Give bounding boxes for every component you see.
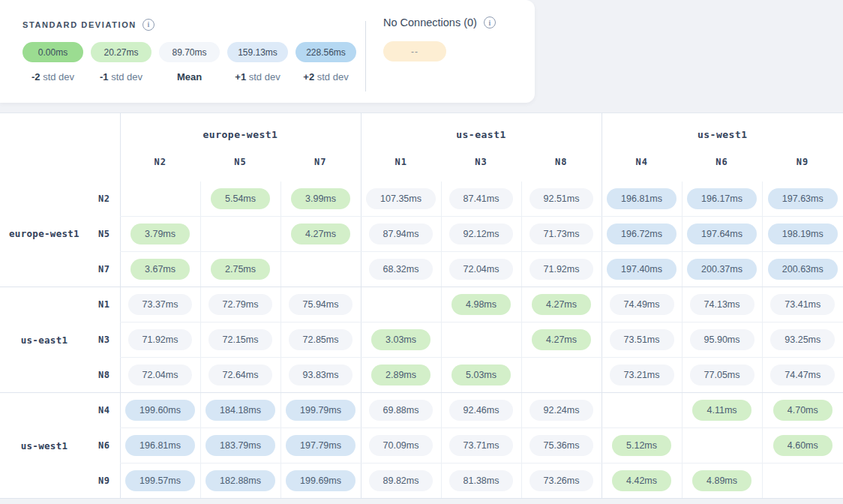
latency-value-pill[interactable]: 182.88ms [206, 470, 275, 491]
matrix-cell: 71.92ms [521, 252, 602, 287]
latency-value-pill[interactable]: 4.27ms [532, 329, 591, 350]
latency-value-pill[interactable]: 92.24ms [530, 400, 594, 421]
latency-value-pill[interactable]: 184.18ms [206, 400, 275, 421]
latency-value-pill[interactable]: 74.47ms [770, 364, 835, 386]
matrix-cell: 92.24ms [521, 393, 602, 428]
latency-value-pill[interactable]: 71.92ms [128, 329, 193, 350]
latency-value-pill[interactable]: 93.25ms [770, 329, 835, 350]
latency-value-pill[interactable]: 199.69ms [286, 470, 356, 491]
latency-value-pill[interactable]: 77.05ms [690, 364, 754, 386]
latency-value-pill[interactable]: 73.21ms [610, 364, 674, 386]
latency-value-pill[interactable]: 71.92ms [530, 259, 594, 280]
latency-value-pill[interactable]: 2.89ms [371, 364, 430, 386]
matrix-cell: 4.42ms [602, 464, 682, 499]
latency-value-pill[interactable]: 4.60ms [773, 435, 832, 456]
matrix-cell: 93.25ms [762, 322, 843, 358]
latency-value-pill[interactable]: 87.41ms [449, 188, 514, 209]
latency-value-pill[interactable]: 197.63ms [768, 188, 838, 209]
latency-value-pill[interactable]: 72.04ms [128, 364, 193, 386]
latency-value-pill[interactable]: 72.04ms [449, 259, 514, 280]
latency-value-pill[interactable]: 5.54ms [211, 188, 270, 209]
legend-divider [365, 21, 366, 92]
latency-value-pill[interactable]: 3.99ms [291, 188, 350, 209]
latency-value-pill[interactable]: 92.46ms [449, 400, 514, 421]
latency-value-pill[interactable]: 199.57ms [125, 470, 195, 491]
latency-value-pill[interactable]: 92.12ms [449, 224, 514, 244]
latency-value-pill[interactable]: 87.94ms [369, 224, 434, 244]
column-region-header: us-east1 [361, 113, 602, 157]
matrix-cell: 74.49ms [602, 287, 682, 322]
latency-value-pill[interactable]: 75.94ms [289, 294, 353, 315]
matrix-cell [762, 464, 843, 499]
latency-value-pill[interactable]: 4.98ms [452, 294, 511, 315]
legend-stop-pill: 89.70ms [159, 42, 220, 62]
matrix-cell: 77.05ms [682, 358, 762, 393]
latency-value-pill[interactable]: 75.36ms [530, 435, 594, 456]
latency-value-pill[interactable]: 95.90ms [690, 329, 754, 350]
latency-value-pill[interactable]: 70.09ms [369, 435, 434, 456]
matrix-cell: 199.79ms [280, 393, 361, 428]
latency-value-pill[interactable]: 200.63ms [768, 259, 838, 280]
latency-value-pill[interactable]: 74.49ms [610, 294, 674, 315]
latency-value-pill[interactable]: 81.38ms [449, 470, 514, 491]
latency-value-pill[interactable]: 73.51ms [610, 329, 674, 350]
latency-value-pill[interactable]: 199.60ms [125, 400, 195, 421]
latency-value-pill[interactable]: 5.12ms [612, 435, 671, 456]
matrix-cell: 3.67ms [120, 252, 200, 287]
latency-value-pill[interactable]: 73.26ms [530, 470, 594, 491]
latency-value-pill[interactable]: 71.73ms [530, 224, 594, 244]
latency-value-pill[interactable]: 4.27ms [291, 224, 350, 244]
latency-value-pill[interactable]: 3.03ms [371, 329, 430, 350]
latency-value-pill[interactable]: 107.35ms [366, 188, 436, 209]
row-node-label: N5 [88, 217, 120, 252]
matrix-cell: 72.64ms [200, 358, 280, 393]
latency-value-pill[interactable]: 72.15ms [208, 329, 273, 350]
column-region-header: us-west1 [602, 113, 843, 157]
matrix-cell: 3.79ms [120, 217, 200, 252]
latency-value-pill[interactable]: 4.27ms [532, 294, 591, 315]
latency-matrix: europe-west1us-east1us-west1N2N5N7N1N3N8… [0, 112, 843, 499]
latency-value-pill[interactable]: 72.85ms [289, 329, 353, 350]
matrix-cell: 196.72ms [602, 217, 682, 252]
info-icon[interactable] [484, 16, 496, 28]
latency-value-pill[interactable]: 93.83ms [289, 364, 353, 386]
matrix-cell [682, 428, 762, 464]
latency-value-pill[interactable]: 69.88ms [369, 400, 434, 421]
latency-value-pill[interactable]: 4.89ms [692, 470, 752, 491]
latency-value-pill[interactable]: 197.40ms [607, 259, 676, 280]
latency-value-pill[interactable]: 4.42ms [612, 470, 671, 491]
latency-value-pill[interactable]: 3.79ms [130, 224, 190, 244]
column-node-header: N3 [441, 157, 521, 182]
latency-value-pill[interactable]: 196.17ms [687, 188, 757, 209]
latency-value-pill[interactable]: 196.81ms [607, 188, 676, 209]
latency-value-pill[interactable]: 73.37ms [128, 294, 193, 315]
matrix-cell: 197.64ms [682, 217, 762, 252]
latency-value-pill[interactable]: 199.79ms [286, 400, 356, 421]
latency-value-pill[interactable]: 73.71ms [449, 435, 514, 456]
row-node-label: N9 [88, 464, 120, 499]
latency-value-pill[interactable]: 74.13ms [690, 294, 754, 315]
latency-value-pill[interactable]: 196.81ms [125, 435, 195, 456]
latency-value-pill[interactable]: 183.79ms [206, 435, 275, 456]
latency-value-pill[interactable]: 197.79ms [286, 435, 356, 456]
row-node-label: N3 [88, 322, 120, 358]
latency-value-pill[interactable]: 72.64ms [208, 364, 273, 386]
latency-value-pill[interactable]: 197.64ms [687, 224, 757, 244]
latency-value-pill[interactable]: 73.41ms [770, 294, 835, 315]
latency-value-pill[interactable]: 4.11ms [692, 400, 751, 421]
latency-value-pill[interactable]: 200.37ms [687, 259, 757, 280]
latency-value-pill[interactable]: 4.70ms [773, 400, 832, 421]
latency-value-pill[interactable]: 2.75ms [211, 259, 270, 280]
latency-value-pill[interactable]: 89.82ms [369, 470, 434, 491]
row-node-label: N2 [88, 182, 120, 217]
latency-value-pill[interactable]: 198.19ms [768, 224, 838, 244]
latency-value-pill[interactable]: 72.79ms [208, 294, 273, 315]
matrix-cell: 75.94ms [280, 287, 361, 322]
latency-value-pill[interactable]: 5.03ms [452, 364, 511, 386]
latency-value-pill[interactable]: 92.51ms [530, 188, 594, 209]
legend-stop-pill: 228.56ms [296, 42, 356, 62]
latency-value-pill[interactable]: 3.67ms [130, 259, 190, 280]
latency-value-pill[interactable]: 196.72ms [607, 224, 676, 244]
info-icon[interactable] [142, 19, 154, 31]
latency-value-pill[interactable]: 68.32ms [369, 259, 434, 280]
